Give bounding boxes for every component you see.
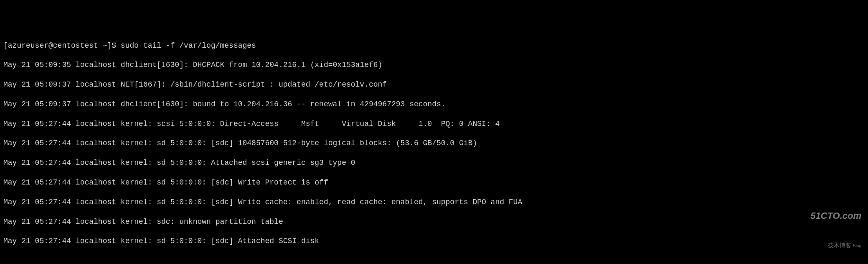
log-line: May 21 05:09:35 localhost dhclient[1630]…	[3, 60, 865, 70]
watermark-subtitle: 技术博客 Blog	[810, 241, 861, 249]
log-line: May 21 05:27:44 localhost kernel: sd 5:0…	[3, 138, 865, 148]
prompt-text: [azureuser@centostest ~]$	[3, 41, 116, 50]
log-line: May 21 05:27:44 localhost kernel: sd 5:0…	[3, 158, 865, 168]
log-line: May 21 05:09:37 localhost dhclient[1630]…	[3, 100, 865, 109]
log-line: May 21 05:27:44 localhost kernel: scsi 5…	[3, 119, 865, 129]
watermark: 51CTO.com 技术博客 Blog	[810, 190, 861, 259]
log-line: May 21 05:27:44 localhost kernel: sdc: u…	[3, 217, 865, 227]
log-line: May 21 05:27:44 localhost kernel: sd 5:0…	[3, 236, 865, 246]
watermark-site: 51CTO.com	[810, 210, 861, 222]
log-line: May 21 05:09:37 localhost NET[1667]: /sb…	[3, 80, 865, 90]
command-1: sudo tail -f /var/log/messages	[121, 41, 256, 50]
log-line: May 21 05:27:44 localhost kernel: sd 5:0…	[3, 178, 865, 187]
log-line: May 21 05:27:44 localhost kernel: sd 5:0…	[3, 197, 865, 207]
blank-line	[3, 256, 865, 264]
prompt-line-1: [azureuser@centostest ~]$ sudo tail -f /…	[3, 41, 865, 51]
